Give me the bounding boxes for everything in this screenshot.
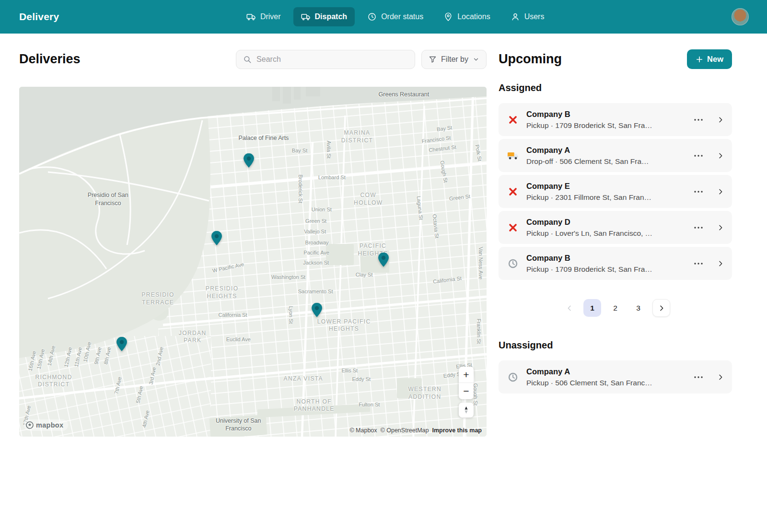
open-card-button[interactable] [714,184,726,199]
improve-map-link[interactable]: Improve this map [432,427,482,434]
map-pin[interactable] [211,231,222,247]
status-icon [507,115,519,125]
delivery-detail: Pickup · 2301 Fillmore St, San Fran… [526,193,683,202]
mapbox-logo[interactable]: mapbox [24,419,68,431]
user-icon [511,12,520,22]
pagination-page-3[interactable]: 3 [629,299,647,317]
pagination-page-2[interactable]: 2 [606,299,624,317]
pagination-next-button[interactable] [652,299,670,317]
clock-icon [508,259,518,268]
pagination-prev-button[interactable] [560,299,578,317]
company-name: Company A [526,367,683,376]
company-name: Company E [526,182,683,191]
map-compass-button[interactable] [459,403,474,417]
company-name: Company B [526,254,683,263]
mapbox-logo-icon [26,421,34,429]
mapbox-logo-text: mapbox [36,421,63,429]
delivery-card[interactable]: Company B Pickup · 1709 Broderick St, Sa… [499,103,732,136]
more-options-button[interactable] [691,150,706,161]
top-nav-bar: Delivery Driver Dispatch Order status Lo… [0,0,767,34]
assigned-list: Company B Pickup · 1709 Broderick St, Sa… [499,103,732,280]
delivery-card[interactable]: Company A Pickup · 506 Clement St, San F… [499,360,732,393]
assigned-heading: Assigned [499,82,732,93]
filter-label: Filter by [441,55,468,64]
map-canvas [19,87,487,437]
company-name: Company D [526,218,683,227]
x-icon [508,223,518,232]
status-icon [507,223,519,232]
x-icon [508,187,518,197]
attribution-mapbox-link[interactable]: © Mapbox [349,427,377,434]
more-options-button[interactable] [691,372,706,382]
map-zoom-out-button[interactable]: − [459,383,474,399]
search-icon [243,55,252,64]
user-avatar[interactable] [732,8,749,25]
map-attribution: © Mapbox © OpenStreetMap Improve this ma… [349,427,482,434]
more-options-button[interactable] [691,186,706,197]
map[interactable]: MARINA DISTRICTCOW HOLLOWPACIFIC HEIGHTS… [19,87,487,437]
chevron-down-icon [473,56,479,63]
open-card-button[interactable] [714,220,726,235]
truck-icon [246,12,256,22]
search-box [236,50,415,69]
pagination-page-1[interactable]: 1 [583,299,601,317]
nav-label: Users [524,12,545,21]
more-options-button[interactable] [691,115,706,125]
card-text: Company E Pickup · 2301 Fillmore St, San… [526,182,683,202]
compass-icon [463,406,470,414]
open-card-button[interactable] [714,256,726,271]
delivery-card[interactable]: Company A Drop-off · 506 Clement St, San… [499,139,732,172]
company-name: Company A [526,146,683,155]
x-icon [508,115,518,125]
nav-order-status[interactable]: Order status [360,7,431,26]
open-card-button[interactable] [714,148,726,163]
status-icon [507,187,519,197]
map-pin[interactable] [116,337,127,354]
nav-dispatch[interactable]: Dispatch [293,7,355,26]
filter-icon [429,55,437,63]
deliveries-section: Deliveries Filter by [19,49,487,437]
card-text: Company D Pickup · Lover's Ln, San Franc… [526,218,683,238]
nav-label: Dispatch [315,12,348,21]
panel-title: Upcoming [499,52,562,67]
new-delivery-button[interactable]: New [687,49,732,69]
map-zoom-in-button[interactable]: + [459,367,474,383]
map-pin[interactable] [244,153,254,170]
clock-icon [508,372,518,382]
delivery-detail: Pickup · Lover's Ln, San Francisco, … [526,229,683,238]
delivery-detail: Drop-off · 506 Clement St, San Fra… [526,157,683,166]
delivery-detail: Pickup · 506 Clement St, San Franc… [526,379,683,387]
card-text: Company B Pickup · 1709 Broderick St, Sa… [526,254,683,274]
nav-driver[interactable]: Driver [239,7,289,26]
company-name: Company B [526,110,683,119]
search-input[interactable] [256,55,408,64]
delivery-card[interactable]: Company E Pickup · 2301 Fillmore St, San… [499,175,732,208]
open-card-button[interactable] [714,112,726,127]
more-options-button[interactable] [691,258,706,269]
page-title: Deliveries [19,52,81,67]
more-options-button[interactable] [691,222,706,233]
open-card-button[interactable] [714,370,726,385]
new-button-label: New [707,55,723,64]
clock-icon [367,12,377,22]
nav-users[interactable]: Users [503,7,552,26]
status-icon [507,259,519,268]
truck-emoji-icon [507,151,519,160]
delivery-detail: Pickup · 1709 Broderick St, San Fra… [526,265,683,274]
delivery-card[interactable]: Company B Pickup · 1709 Broderick St, Sa… [499,247,732,280]
map-pin[interactable] [312,303,322,320]
filter-by-button[interactable]: Filter by [421,50,487,69]
unassigned-list: Company A Pickup · 506 Clement St, San F… [499,360,732,393]
card-text: Company A Drop-off · 506 Clement St, San… [526,146,683,166]
delivery-card[interactable]: Company D Pickup · Lover's Ln, San Franc… [499,211,732,244]
plus-icon [696,56,703,63]
card-text: Company B Pickup · 1709 Broderick St, Sa… [526,110,683,130]
map-pin[interactable] [378,253,389,269]
nav-locations[interactable]: Locations [436,7,498,26]
card-text: Company A Pickup · 506 Clement St, San F… [526,367,683,387]
attribution-osm-link[interactable]: © OpenStreetMap [381,427,429,434]
status-icon [507,372,519,382]
map-zoom-controls: + − [459,367,474,399]
main-content: Deliveries Filter by [0,34,767,437]
nav-label: Driver [260,12,281,21]
